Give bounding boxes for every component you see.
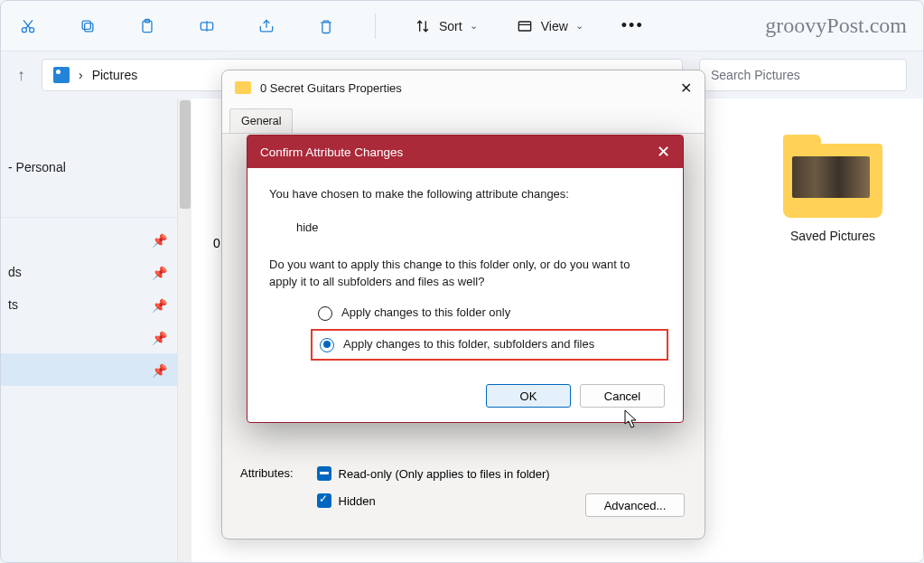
sidebar-label: ds — [8, 265, 22, 279]
confirm-body: You have chosen to make the following at… — [247, 168, 683, 375]
confirm-titlebar[interactable]: Confirm Attribute Changes ✕ — [247, 136, 683, 168]
chevron-down-icon: ⌄ — [470, 20, 478, 32]
pictures-icon — [53, 67, 70, 83]
pin-icon: 📌 — [152, 266, 164, 278]
view-label: View — [541, 19, 568, 33]
confirm-title: Confirm Attribute Changes — [260, 145, 403, 159]
attributes-section: Attributes: Read-only (Only applies to f… — [240, 466, 550, 508]
sidebar-item[interactable]: ds 📌 — [1, 256, 177, 288]
properties-title: 0 Secret Guitars Properties — [260, 81, 402, 95]
more-button[interactable]: ••• — [621, 16, 644, 35]
sidebar-label: - Personal — [8, 160, 66, 174]
cut-icon[interactable] — [17, 15, 39, 37]
sidebar-scrollbar[interactable] — [177, 99, 191, 562]
radio-subfolders[interactable]: Apply changes to this folder, subfolders… — [311, 329, 668, 361]
ok-button[interactable]: OK — [486, 384, 571, 408]
folder-icon — [235, 81, 251, 94]
close-icon[interactable]: ✕ — [657, 142, 670, 162]
checkbox-indeterminate-icon — [317, 466, 331, 481]
checkbox-checked-icon — [317, 493, 331, 508]
radio-folder-only[interactable]: Apply changes to this folder only — [318, 305, 661, 322]
sort-label: Sort — [439, 19, 462, 33]
confirm-line2: Do you want to apply this change to this… — [269, 257, 661, 291]
cancel-button[interactable]: Cancel — [580, 384, 665, 408]
hidden-checkbox[interactable]: Hidden — [317, 493, 550, 508]
sidebar-item[interactable]: 📌 — [1, 223, 177, 256]
chevron-down-icon: ⌄ — [575, 20, 583, 32]
sidebar-item[interactable]: - Personal — [1, 151, 177, 183]
scrollbar-thumb[interactable] — [180, 100, 191, 209]
pin-icon: 📌 — [152, 363, 164, 376]
search-input[interactable]: Search Pictures — [699, 59, 907, 91]
radio-label: Apply changes to this folder only — [341, 305, 510, 322]
watermark-text: groovyPost.com — [765, 14, 907, 38]
pin-icon: 📌 — [152, 298, 164, 311]
sidebar-item[interactable]: 📌 — [1, 321, 177, 353]
item-count: 0 — [213, 236, 220, 250]
properties-tabs: General — [222, 105, 705, 134]
svg-rect-2 — [85, 23, 93, 31]
radio-unselected-icon — [318, 306, 332, 321]
svg-rect-3 — [82, 21, 90, 29]
readonly-label: Read-only (Only applies to files in fold… — [339, 467, 550, 481]
sidebar-item[interactable]: ts 📌 — [1, 288, 177, 321]
share-icon[interactable] — [256, 15, 277, 37]
toolbar-separator — [375, 14, 376, 39]
rename-icon[interactable] — [196, 15, 218, 37]
tab-general[interactable]: General — [229, 108, 293, 133]
paste-icon[interactable] — [136, 15, 158, 37]
up-arrow-icon[interactable]: ↑ — [17, 66, 25, 85]
attributes-label: Attributes: — [240, 466, 294, 480]
folder-item[interactable]: Saved Pictures — [770, 144, 896, 243]
delete-icon[interactable] — [315, 15, 337, 37]
advanced-button[interactable]: Advanced... — [585, 493, 685, 517]
radio-selected-icon — [320, 338, 334, 352]
sort-button[interactable]: Sort ⌄ — [414, 17, 478, 35]
pin-icon: 📌 — [152, 331, 164, 343]
copy-icon[interactable] — [77, 15, 98, 37]
confirm-dialog: Confirm Attribute Changes ✕ You have cho… — [247, 135, 684, 423]
nav-sidebar: - Personal 📌 ds 📌 ts 📌 📌 📌 — [1, 99, 177, 562]
readonly-checkbox[interactable]: Read-only (Only applies to files in fold… — [317, 466, 550, 481]
radio-group: Apply changes to this folder only Apply … — [318, 305, 661, 355]
breadcrumb-sep: › — [79, 68, 83, 82]
search-placeholder: Search Pictures — [711, 68, 800, 82]
hidden-label: Hidden — [339, 494, 376, 508]
sidebar-label: ts — [8, 297, 18, 312]
folder-label: Saved Pictures — [770, 229, 896, 243]
confirm-buttons: OK Cancel — [247, 375, 683, 422]
view-button[interactable]: View ⌄ — [516, 17, 583, 35]
toolbar: Sort ⌄ View ⌄ ••• groovyPost.com — [1, 1, 923, 52]
properties-titlebar[interactable]: 0 Secret Guitars Properties ✕ — [222, 70, 705, 105]
confirm-line1: You have chosen to make the following at… — [269, 186, 661, 203]
breadcrumb-location: Pictures — [92, 68, 138, 82]
svg-rect-7 — [518, 22, 530, 31]
radio-label: Apply changes to this folder, subfolders… — [343, 336, 594, 353]
sidebar-item[interactable]: 📌 — [1, 353, 177, 386]
confirm-change: hide — [296, 220, 661, 237]
folder-icon — [783, 144, 882, 218]
pin-icon: 📌 — [152, 233, 164, 246]
close-icon[interactable]: ✕ — [680, 80, 692, 97]
